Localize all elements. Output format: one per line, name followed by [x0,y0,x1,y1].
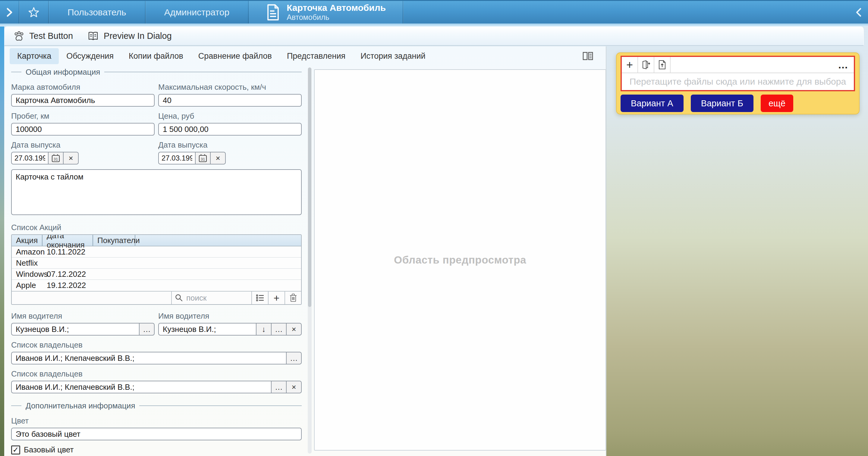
base-color-checkbox[interactable]: ✓ Базовый цвет [11,445,302,455]
mileage-input[interactable] [11,123,155,135]
column-header[interactable]: Дата окончания [42,235,93,246]
clear-date-button[interactable]: × [211,152,226,164]
nav-tab-label: Администратор [164,7,229,18]
preview-button-label: Preview In Dialog [104,31,172,41]
table-search-input[interactable] [186,293,241,303]
topbar-divider-strip [0,24,868,27]
nav-tab-user[interactable]: Пользователь [49,1,145,24]
chevron-right-icon [5,6,14,19]
more-options-button[interactable]: … [833,57,854,73]
stocks-table-label: Список Акций [11,223,302,232]
tab-discussions[interactable]: Обсуждения [59,48,121,64]
field-label: Список владельцев [11,340,302,349]
column-header[interactable]: Покупатели [93,235,135,246]
brand-field: Марка автомобиля [11,83,155,107]
open-book-icon [87,31,99,41]
variant-a-button[interactable]: Вариант А [621,95,684,112]
tab-task-history[interactable]: История заданий [353,48,433,64]
add-row-button[interactable]: + [268,292,284,304]
owners-input-2[interactable] [11,381,272,393]
variant-b-button[interactable]: Вариант Б [691,95,753,112]
ellipsis-icon: … [290,354,298,363]
field-label: Имя водителя [11,312,155,321]
color-field: Цвет [11,416,302,440]
test-button[interactable]: Test Button [7,28,79,44]
favorites-button[interactable] [19,1,48,24]
clear-button[interactable]: × [287,323,302,335]
table-row[interactable]: Amazon 10.11.2022 [12,247,301,258]
clear-date-button[interactable]: × [64,152,79,164]
group-title: Общая информация [22,67,104,77]
arrow-down-icon: ↓ [262,325,266,334]
lookup-button[interactable]: … [272,323,287,335]
calendar-button[interactable]: 31 [195,152,211,164]
owners-input-1[interactable] [11,352,287,364]
description-textarea[interactable]: Карточка с тайлом [11,169,302,215]
table-row[interactable]: Windows 07.12.2022 [12,269,301,280]
tab-views[interactable]: Представления [279,48,353,64]
document-icon [266,4,280,21]
field-label: Дата выпуска [11,140,155,150]
checkbox-checked: ✓ [11,446,20,455]
lookup-button[interactable]: … [140,323,155,335]
tab-label: История заданий [361,52,425,61]
driver-input-1[interactable] [11,323,140,335]
nav-tab-admin[interactable]: Администратор [146,1,248,24]
color-input[interactable] [11,428,302,440]
upload-file-button[interactable] [654,57,671,73]
active-tab-subtitle: Автомобиль [287,13,386,22]
tab-label: Обсуждения [66,52,114,61]
max-speed-field: Максимальная скорость, км/ч [158,83,302,107]
lookup-button[interactable]: … [272,381,287,393]
clear-button[interactable]: × [287,381,302,393]
tab-label: Копии файлов [129,52,183,61]
stocks-table-header: Акция Дата окончания Покупатели [12,235,301,247]
ellipsis-icon: … [275,325,283,334]
close-icon: × [291,325,296,334]
driver-field-2: Имя водителя ↓ … × [158,312,302,335]
preview-placeholder-text: Область предпросмотра [394,254,526,266]
tab-label: Сравнение файлов [198,52,272,61]
test-button-label: Test Button [29,31,73,41]
preview-in-dialog-button[interactable]: Preview In Dialog [82,29,178,44]
lookup-button[interactable]: … [287,352,302,364]
table-row[interactable]: Netflix [12,258,301,269]
nav-tab-card-active[interactable]: Карточка Автомобиль Автомобиль [249,1,403,24]
column-header-empty [135,235,301,246]
ellipsis-icon: … [275,383,283,392]
add-file-button[interactable]: + [622,57,638,73]
preview-area: Область предпросмотра [314,69,606,451]
table-row[interactable]: Apple 19.12.2022 [12,280,301,291]
max-speed-input[interactable] [158,94,302,107]
expand-nav-button[interactable] [0,1,19,24]
top-navigation-bar: Пользователь Администратор Карточка Авто… [0,0,868,24]
search-icon [175,294,183,302]
trash-icon [289,293,297,302]
scrollbar-thumb[interactable] [308,67,311,307]
tab-file-copies[interactable]: Копии файлов [121,48,191,64]
mileage-field: Пробег, км [11,111,155,135]
calendar-button[interactable]: 31 [49,152,64,164]
brand-input[interactable] [11,94,155,107]
field-label: Список владельцев [11,369,302,378]
column-chooser-button[interactable] [251,292,268,304]
release-date-input-2[interactable] [158,152,195,164]
tab-card[interactable]: Карточка [10,48,59,64]
column-header[interactable]: Акция [12,235,42,246]
delete-row-button[interactable] [284,292,301,304]
layout-toggle-button[interactable] [580,50,596,63]
collapse-panel-button[interactable] [850,1,868,24]
file-drop-area[interactable]: Перетащите файлы сюда или нажмите для вы… [622,73,854,90]
dropdown-button[interactable]: ↓ [256,323,272,335]
more-variant-button[interactable]: ещё [761,95,793,112]
card-tabstrip: Карточка Обсуждения Копии файлов Сравнен… [4,46,606,66]
driver-input-2[interactable] [158,323,256,335]
tab-file-compare[interactable]: Сравнение файлов [191,48,279,64]
release-date-input-1[interactable] [11,152,49,164]
close-icon: × [68,154,73,163]
form-scrollbar[interactable] [308,67,312,454]
close-icon: × [216,154,220,163]
export-file-button[interactable] [638,57,654,73]
price-input[interactable] [158,123,302,135]
release-date-field-1: Дата выпуска 31 × [11,140,155,164]
